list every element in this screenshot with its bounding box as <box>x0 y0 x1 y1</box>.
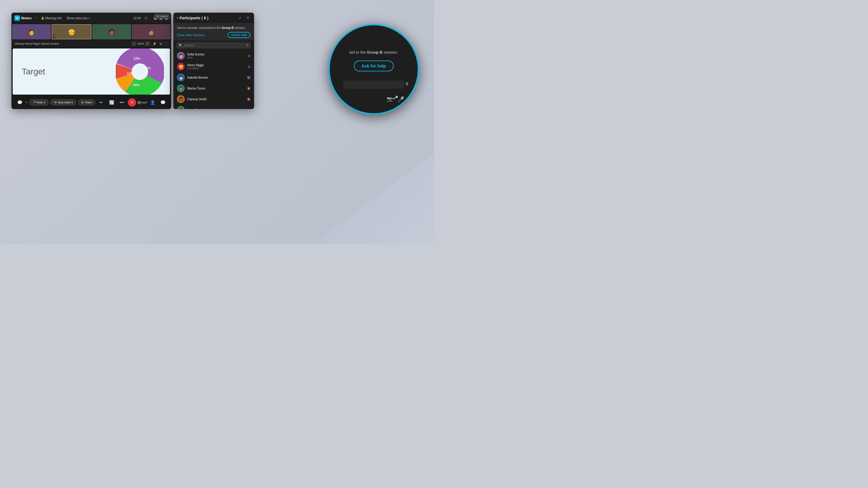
annotate-button[interactable]: ✏ <box>97 98 105 107</box>
participant-name-umar: Umar Patel <box>187 108 244 109</box>
layout-label: Layout <box>160 15 168 18</box>
magnify-text-prefix: ted to the <box>349 50 366 55</box>
search-icon: 🔍 <box>179 44 182 47</box>
magnify-close-button[interactable]: ✕ <box>406 29 412 36</box>
video-icon: 📷 <box>54 101 57 104</box>
pie-label-red: 12% <box>133 57 140 60</box>
sync-icon: ⚡ <box>153 42 157 46</box>
participant-name-clarissa: Clarissa Smith <box>187 98 244 101</box>
messages-button[interactable]: 💬 <box>158 98 167 107</box>
participant-item-sofia[interactable]: 👩 Sofia Gomez Host 🖥 <box>173 50 254 61</box>
sort-icon[interactable]: ⇅ <box>246 43 249 47</box>
participant-info-sofia: Sofia Gomez Host <box>187 53 245 59</box>
zoom-in-button[interactable]: + <box>145 41 150 46</box>
show-menu-label: Show menu bar <box>67 17 88 20</box>
show-sessions-link[interactable]: Show other sessions <box>177 33 205 37</box>
bottom-toolbar: ◎ 💬 ▾ 🎤 Mute ▾ 📷 Stop video ▾ ⊕ Share ✏ … <box>11 96 171 109</box>
screen-share-icon-sofia: 🖥 <box>247 54 250 58</box>
more-button[interactable]: ••• <box>118 98 126 107</box>
chat-button[interactable]: 💬 <box>16 98 24 107</box>
chat-chevron[interactable]: ▾ <box>26 101 27 104</box>
magnify-content: ted to the Group B session. Ask for help… <box>330 44 418 95</box>
sync-button[interactable]: 🔄 <box>107 98 116 107</box>
help-icon: ⓪ <box>144 16 148 21</box>
participant-icons-sofia: 🖥 <box>247 54 250 58</box>
slide-title: Target <box>22 67 45 76</box>
panel-expand-button[interactable]: ⤢ <box>237 15 243 21</box>
participants-panel: ▾ Participants (6) ⤢ ✕ You're currently … <box>173 13 254 109</box>
meeting-info-button[interactable]: 🔒 Meeting info <box>40 16 63 21</box>
more-options-button[interactable]: ⋯ <box>169 98 171 107</box>
viewer-label: Viewing Henry Rigg's shared content <box>14 42 59 45</box>
ask-help-button[interactable]: Ask for help <box>227 32 250 38</box>
participant-name-sofia: Sofia Gomez <box>187 53 245 56</box>
video-thumb-2[interactable]: 👴 🔇 <box>52 24 92 39</box>
participant-list: 👩 Sofia Gomez Host 🖥 👴 Henry Riggs Prese… <box>173 50 254 109</box>
layout-button[interactable]: ⊞ Layout <box>154 14 170 19</box>
stop-video-button[interactable]: 📷 Stop video ▾ <box>50 99 76 105</box>
webex-logo: W Webex <box>14 15 32 21</box>
zoom-out-button[interactable]: − <box>132 41 136 46</box>
video-thumb-1[interactable]: 👩 <box>12 24 51 39</box>
mute-button[interactable]: 🎤 Mute ▾ <box>29 99 49 105</box>
pie-label-green: 34% <box>133 83 140 87</box>
search-input[interactable] <box>184 44 244 47</box>
avatar-clarissa: 👩🏾 <box>177 95 185 103</box>
magnify-ask-help-button[interactable]: Ask for help <box>354 61 394 71</box>
avatar-marise: 👩🏽 <box>177 84 185 92</box>
panel-close-button[interactable]: ✕ <box>245 15 250 21</box>
toolbar-right: ⊞ Apps 👤 💬 ⋯ <box>138 98 171 107</box>
magnify-text-suffix: session. <box>384 50 398 55</box>
search-input-wrap: 🔍 ⇅ <box>176 42 251 48</box>
mic-off-icon-marise: 🔇 <box>247 87 250 90</box>
magnify-search-area <box>343 80 404 89</box>
more-dots-icon: ••• <box>120 100 124 105</box>
share-icon: ⊕ <box>82 101 84 104</box>
avatar-sofia: 👩 <box>177 52 185 60</box>
participant-info-clarissa: Clarissa Smith <box>187 98 244 101</box>
video-thumb-3[interactable]: 👩🏾 <box>92 24 131 39</box>
end-call-button[interactable]: ✕ <box>128 98 136 107</box>
share-button[interactable]: ⊕ Share <box>78 99 95 105</box>
participant-item-isabella[interactable]: 👩🏻 Isabella Brenan 📷 <box>173 72 254 83</box>
participant-info-umar: Umar Patel <box>187 108 244 109</box>
magnify-session-text: ted to the Group B session. <box>349 50 398 55</box>
participant-info-henry: Henry Riggs Presenter <box>187 64 245 70</box>
mic-off-icon-clarissa: 🔇 <box>247 98 250 101</box>
session-actions: Show other sessions Ask for help <box>177 32 250 38</box>
webex-home-button[interactable]: ◎ <box>11 98 14 107</box>
magnify-sort-icon[interactable]: ⇅ <box>405 82 409 86</box>
participants-count: 6 <box>204 16 206 20</box>
search-bar-area: 🔍 ⇅ <box>173 40 254 50</box>
magnify-group-name: Group B <box>367 50 382 55</box>
panel-chevron-icon: ▾ <box>177 16 179 20</box>
viewer-bar: Viewing Henry Rigg's shared content − 10… <box>11 40 171 47</box>
pie-label-purple: 41% <box>144 66 151 70</box>
participant-role-henry: Presenter <box>187 67 245 70</box>
toolbar-center: 🎤 Mute ▾ 📷 Stop video ▾ ⊕ Share ✏ 🔄 ••• … <box>29 98 136 107</box>
pie-chart: 41% 34% 13% 12% <box>116 48 164 95</box>
layout-icon: ⊞ <box>156 15 159 18</box>
participant-name-isabella: Isabella Brenan <box>187 76 244 79</box>
magnify-search-bar <box>343 80 404 89</box>
participant-icons-umar: 📷 <box>247 108 250 109</box>
participant-icons-isabella: 📷 <box>247 76 250 79</box>
apps-icon: ⊞ <box>137 100 141 105</box>
participants-button[interactable]: 👤 <box>148 98 157 107</box>
participant-item-marise[interactable]: 👩🏽 Marise Torres 🔇 <box>173 83 254 94</box>
magnify-expand-button[interactable]: ⤢ <box>396 29 403 36</box>
screen-share-icon-henry: 🖥 <box>247 65 250 68</box>
participant-icons-clarissa: 🔇 <box>247 98 250 101</box>
participant-item-henry[interactable]: 👴 Henry Riggs Presenter 🖥 <box>173 61 254 72</box>
panel-title-text: Participants <box>180 16 200 20</box>
panel-header-actions: ⤢ ✕ <box>237 15 250 21</box>
magnify-circle: ⤢ ✕ ted to the Group B session. Ask for … <box>329 24 419 115</box>
camera-icon-isabella: 📷 <box>247 76 250 79</box>
apps-button[interactable]: ⊞ Apps <box>138 98 147 107</box>
session-suffix: session. <box>235 26 246 30</box>
video-thumb-4[interactable]: 👩🏽 <box>132 24 170 39</box>
participant-item-clarissa[interactable]: 👩🏾 Clarissa Smith 🔇 <box>173 94 254 104</box>
participant-item-umar[interactable]: 👨🏽 Umar Patel 📷 <box>173 104 254 109</box>
show-menu-bar-button[interactable]: Show menu bar ▾ <box>65 16 91 21</box>
zoom-controls: − 100% + ⚡ 🖥 ⛶ <box>132 41 168 46</box>
